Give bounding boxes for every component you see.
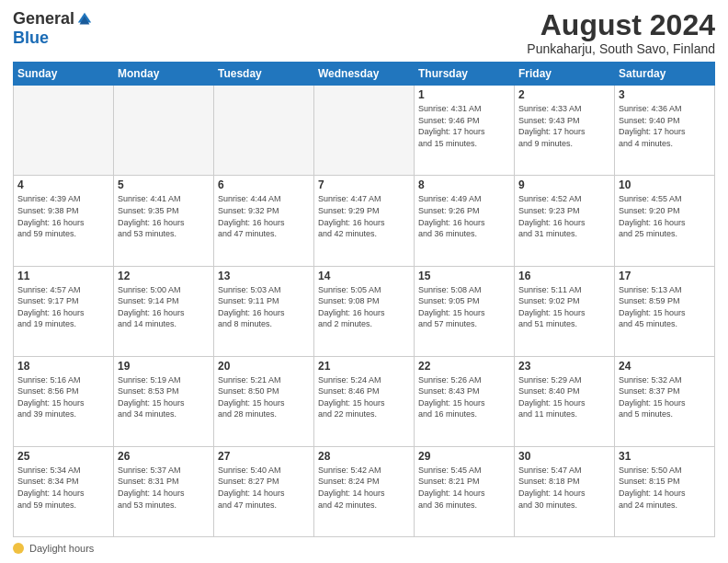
day-info: Sunrise: 4:31 AM Sunset: 9:46 PM Dayligh… xyxy=(418,103,510,149)
calendar-cell: 27Sunrise: 5:40 AM Sunset: 8:27 PM Dayli… xyxy=(214,446,314,536)
calendar-cell: 30Sunrise: 5:47 AM Sunset: 8:18 PM Dayli… xyxy=(515,446,615,536)
calendar-cell: 9Sunrise: 4:52 AM Sunset: 9:23 PM Daylig… xyxy=(515,176,615,266)
day-info: Sunrise: 4:47 AM Sunset: 9:29 PM Dayligh… xyxy=(318,193,410,239)
day-info: Sunrise: 4:44 AM Sunset: 9:32 PM Dayligh… xyxy=(218,193,310,239)
calendar-cell: 22Sunrise: 5:26 AM Sunset: 8:43 PM Dayli… xyxy=(415,356,515,446)
calendar-cell: 24Sunrise: 5:32 AM Sunset: 8:37 PM Dayli… xyxy=(615,356,715,446)
calendar-cell: 6Sunrise: 4:44 AM Sunset: 9:32 PM Daylig… xyxy=(214,176,314,266)
col-friday: Friday xyxy=(515,63,615,86)
day-info: Sunrise: 4:41 AM Sunset: 9:35 PM Dayligh… xyxy=(118,193,210,239)
day-info: Sunrise: 5:08 AM Sunset: 9:05 PM Dayligh… xyxy=(418,284,510,330)
day-info: Sunrise: 5:50 AM Sunset: 8:15 PM Dayligh… xyxy=(619,465,711,511)
day-number: 13 xyxy=(218,270,310,282)
day-info: Sunrise: 5:24 AM Sunset: 8:46 PM Dayligh… xyxy=(318,374,410,420)
day-number: 23 xyxy=(518,360,610,373)
calendar-cell xyxy=(14,86,114,176)
calendar-cell: 14Sunrise: 5:05 AM Sunset: 9:08 PM Dayli… xyxy=(314,266,415,356)
main-title: August 2024 xyxy=(527,9,715,41)
logo-icon xyxy=(76,11,93,28)
day-number: 8 xyxy=(418,178,510,191)
logo: General Blue xyxy=(13,9,93,48)
day-number: 10 xyxy=(619,178,711,191)
day-info: Sunrise: 5:03 AM Sunset: 9:11 PM Dayligh… xyxy=(218,284,310,330)
day-number: 18 xyxy=(17,360,109,373)
calendar-cell: 1Sunrise: 4:31 AM Sunset: 9:46 PM Daylig… xyxy=(415,86,515,176)
calendar-cell: 20Sunrise: 5:21 AM Sunset: 8:50 PM Dayli… xyxy=(214,356,314,446)
col-monday: Monday xyxy=(114,63,214,86)
day-number: 20 xyxy=(218,360,310,373)
calendar-cell xyxy=(214,86,314,176)
calendar-table: Sunday Monday Tuesday Wednesday Thursday… xyxy=(13,62,715,537)
day-number: 29 xyxy=(418,450,510,463)
day-number: 31 xyxy=(619,450,711,463)
day-number: 11 xyxy=(17,270,109,282)
day-number: 15 xyxy=(418,270,510,282)
calendar-cell: 23Sunrise: 5:29 AM Sunset: 8:40 PM Dayli… xyxy=(515,356,615,446)
day-info: Sunrise: 5:21 AM Sunset: 8:50 PM Dayligh… xyxy=(218,374,310,420)
day-number: 1 xyxy=(418,88,510,101)
calendar-cell: 26Sunrise: 5:37 AM Sunset: 8:31 PM Dayli… xyxy=(114,446,214,536)
day-number: 25 xyxy=(17,450,109,463)
day-number: 19 xyxy=(118,360,210,373)
day-number: 5 xyxy=(118,178,210,191)
footer-label: Daylight hours xyxy=(29,543,94,554)
day-info: Sunrise: 4:33 AM Sunset: 9:43 PM Dayligh… xyxy=(518,103,610,149)
day-info: Sunrise: 5:42 AM Sunset: 8:24 PM Dayligh… xyxy=(318,465,410,511)
day-info: Sunrise: 5:13 AM Sunset: 8:59 PM Dayligh… xyxy=(619,284,711,330)
day-number: 17 xyxy=(619,270,711,282)
day-info: Sunrise: 4:57 AM Sunset: 9:17 PM Dayligh… xyxy=(17,284,109,330)
day-info: Sunrise: 5:29 AM Sunset: 8:40 PM Dayligh… xyxy=(518,374,610,420)
day-number: 7 xyxy=(318,178,410,191)
col-tuesday: Tuesday xyxy=(214,63,314,86)
title-section: August 2024 Punkaharju, South Savo, Finl… xyxy=(527,9,715,56)
calendar-cell: 21Sunrise: 5:24 AM Sunset: 8:46 PM Dayli… xyxy=(314,356,415,446)
calendar-cell: 18Sunrise: 5:16 AM Sunset: 8:56 PM Dayli… xyxy=(14,356,114,446)
day-info: Sunrise: 5:47 AM Sunset: 8:18 PM Dayligh… xyxy=(518,465,610,511)
day-number: 14 xyxy=(318,270,410,282)
week-row-3: 11Sunrise: 4:57 AM Sunset: 9:17 PM Dayli… xyxy=(14,266,715,356)
day-info: Sunrise: 5:32 AM Sunset: 8:37 PM Dayligh… xyxy=(619,374,711,420)
calendar-cell: 25Sunrise: 5:34 AM Sunset: 8:34 PM Dayli… xyxy=(14,446,114,536)
week-row-1: 1Sunrise: 4:31 AM Sunset: 9:46 PM Daylig… xyxy=(14,86,715,176)
calendar-cell: 29Sunrise: 5:45 AM Sunset: 8:21 PM Dayli… xyxy=(415,446,515,536)
day-number: 28 xyxy=(318,450,410,463)
calendar-cell: 31Sunrise: 5:50 AM Sunset: 8:15 PM Dayli… xyxy=(615,446,715,536)
footer: Daylight hours xyxy=(13,541,715,554)
day-info: Sunrise: 5:00 AM Sunset: 9:14 PM Dayligh… xyxy=(118,284,210,330)
calendar-header-row: Sunday Monday Tuesday Wednesday Thursday… xyxy=(14,63,715,86)
day-number: 3 xyxy=(619,88,711,101)
day-info: Sunrise: 5:16 AM Sunset: 8:56 PM Dayligh… xyxy=(17,374,109,420)
calendar-cell xyxy=(314,86,415,176)
day-info: Sunrise: 4:55 AM Sunset: 9:20 PM Dayligh… xyxy=(619,193,711,239)
calendar-cell: 17Sunrise: 5:13 AM Sunset: 8:59 PM Dayli… xyxy=(615,266,715,356)
day-number: 22 xyxy=(418,360,510,373)
week-row-4: 18Sunrise: 5:16 AM Sunset: 8:56 PM Dayli… xyxy=(14,356,715,446)
day-number: 12 xyxy=(118,270,210,282)
day-number: 30 xyxy=(518,450,610,463)
calendar-cell: 3Sunrise: 4:36 AM Sunset: 9:40 PM Daylig… xyxy=(615,86,715,176)
day-info: Sunrise: 5:45 AM Sunset: 8:21 PM Dayligh… xyxy=(418,465,510,511)
calendar-cell xyxy=(114,86,214,176)
day-number: 26 xyxy=(118,450,210,463)
day-info: Sunrise: 4:52 AM Sunset: 9:23 PM Dayligh… xyxy=(518,193,610,239)
logo-blue-text: Blue xyxy=(13,29,49,48)
day-info: Sunrise: 4:39 AM Sunset: 9:38 PM Dayligh… xyxy=(17,193,109,239)
day-info: Sunrise: 5:40 AM Sunset: 8:27 PM Dayligh… xyxy=(218,465,310,511)
col-thursday: Thursday xyxy=(415,63,515,86)
day-info: Sunrise: 5:37 AM Sunset: 8:31 PM Dayligh… xyxy=(118,465,210,511)
daylight-indicator xyxy=(13,543,24,554)
week-row-2: 4Sunrise: 4:39 AM Sunset: 9:38 PM Daylig… xyxy=(14,176,715,266)
col-wednesday: Wednesday xyxy=(314,63,415,86)
day-info: Sunrise: 5:34 AM Sunset: 8:34 PM Dayligh… xyxy=(17,465,109,511)
day-number: 2 xyxy=(518,88,610,101)
day-info: Sunrise: 4:49 AM Sunset: 9:26 PM Dayligh… xyxy=(418,193,510,239)
logo-general-text: General xyxy=(13,9,74,29)
calendar-cell: 13Sunrise: 5:03 AM Sunset: 9:11 PM Dayli… xyxy=(214,266,314,356)
day-info: Sunrise: 5:11 AM Sunset: 9:02 PM Dayligh… xyxy=(518,284,610,330)
day-info: Sunrise: 5:19 AM Sunset: 8:53 PM Dayligh… xyxy=(118,374,210,420)
day-number: 6 xyxy=(218,178,310,191)
header: General Blue August 2024 Punkaharju, Sou… xyxy=(13,9,715,56)
day-info: Sunrise: 5:26 AM Sunset: 8:43 PM Dayligh… xyxy=(418,374,510,420)
day-info: Sunrise: 5:05 AM Sunset: 9:08 PM Dayligh… xyxy=(318,284,410,330)
calendar-cell: 10Sunrise: 4:55 AM Sunset: 9:20 PM Dayli… xyxy=(615,176,715,266)
